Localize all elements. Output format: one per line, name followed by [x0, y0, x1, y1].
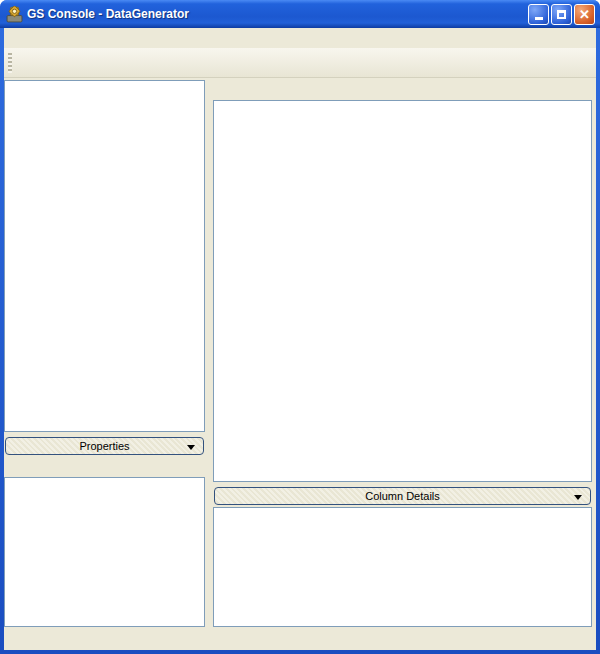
status-bar	[4, 629, 596, 650]
close-icon: ✕	[579, 8, 590, 21]
properties-panel-title: Properties	[79, 440, 129, 452]
toolbar-grip[interactable]	[8, 53, 12, 73]
toolbar	[4, 48, 596, 78]
title-bar[interactable]: GS Console - DataGenerator ✕	[0, 0, 600, 28]
collapse-arrow-icon	[187, 445, 195, 450]
minimize-button[interactable]	[528, 4, 549, 25]
column-details-title: Column Details	[365, 490, 440, 502]
rules-grid	[213, 100, 592, 482]
window-title: GS Console - DataGenerator	[27, 7, 526, 21]
close-button[interactable]: ✕	[574, 4, 595, 25]
app-icon	[6, 6, 23, 23]
menu-bar	[4, 28, 596, 48]
collapse-arrow-icon	[574, 495, 582, 500]
rules-tabstrip	[213, 80, 592, 100]
maximize-icon	[557, 10, 566, 19]
app-window: GS Console - DataGenerator ✕ Properties	[0, 0, 600, 654]
properties-tabstrip	[4, 457, 205, 477]
minimize-icon	[535, 17, 543, 20]
properties-panel-header[interactable]: Properties	[5, 437, 204, 455]
property-grid	[4, 477, 205, 627]
maximize-button[interactable]	[551, 4, 572, 25]
column-details-header[interactable]: Column Details	[214, 487, 591, 505]
column-details-grid	[213, 507, 592, 627]
project-tree	[4, 80, 205, 432]
